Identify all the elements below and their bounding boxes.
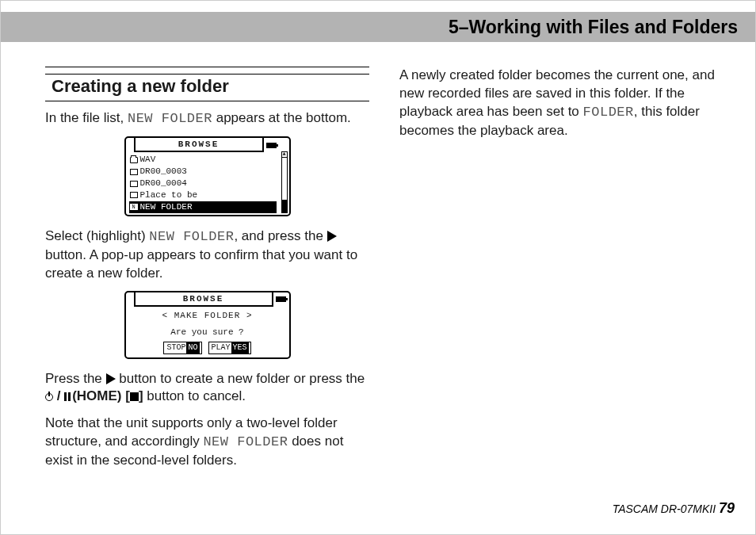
text: In the file list, (45, 110, 128, 125)
screen-tab (126, 292, 136, 308)
lcd-text-folder: FOLDER (583, 105, 634, 120)
right-paragraph: A newly created folder becomes the curre… (399, 67, 724, 140)
dialog-yes-button: PLAYYES (208, 342, 251, 354)
row-label: DR00_0004 (140, 178, 187, 189)
list-item: WAV (129, 154, 277, 166)
page-number: 79 (719, 500, 735, 516)
lcd-text-new-folder: NEW FOLDER (128, 111, 212, 126)
list-item-selected: NNEW FOLDER (129, 201, 277, 213)
page-footer: TASCAM DR-07MKII 79 (613, 500, 735, 517)
screen-body: WAV DR00_0003 DR00_0004 Place to be NNEW… (126, 152, 280, 214)
chapter-header-bar: 5–Working with Files and Folders (1, 12, 755, 42)
scroll-thumb (282, 200, 287, 212)
key-label: STOP (166, 342, 186, 353)
home-label: (HOME) (72, 388, 121, 403)
manual-page: 5–Working with Files and Folders Creatin… (0, 0, 756, 535)
list-item: DR00_0003 (129, 166, 277, 178)
folder-icon (130, 157, 138, 163)
battery-icon (262, 138, 280, 153)
battery-icon (272, 292, 289, 308)
lcd-screenshot-make-folder: BROWSE < MAKE FOLDER > Are you sure ? ST… (124, 291, 291, 359)
value-label: YES (231, 342, 249, 353)
row-label: Place to be (140, 189, 198, 201)
text: button to cancel. (143, 388, 246, 403)
key-label: PLAY (211, 342, 231, 353)
slash-icon: / (53, 388, 64, 403)
dialog-no-button: STOPNO (163, 342, 201, 354)
power-icon (45, 393, 53, 401)
intro-paragraph: In the file list, NEW FOLDER appears at … (45, 109, 369, 128)
screen-title: BROWSE (136, 138, 262, 153)
dialog-buttons: STOPNO PLAYYES (131, 342, 284, 354)
dialog-body: < MAKE FOLDER > Are you sure ? STOPNO PL… (126, 307, 289, 357)
file-icon (130, 192, 138, 198)
dialog-title: < MAKE FOLDER > (131, 310, 284, 322)
text: Press the (45, 371, 106, 386)
play-icon (327, 231, 337, 242)
play-icon (106, 373, 116, 384)
new-icon: N (130, 204, 138, 210)
text: , and press the (234, 228, 326, 243)
text: Select (highlight) (45, 228, 149, 243)
list-item: DR00_0004 (129, 178, 277, 189)
file-icon (130, 181, 138, 187)
section-rule-top: Creating a new folder (45, 67, 369, 101)
row-label: WAV (140, 154, 156, 166)
text: button. A pop-up appears to confirm that… (45, 247, 357, 281)
scroll-up-icon: ▲ (282, 151, 287, 158)
lcd-screenshot-browse-list: BROWSE WAV DR00_0003 DR00_0004 Place to … (124, 136, 291, 216)
dialog-question: Are you sure ? (131, 327, 284, 338)
stop-icon (130, 392, 139, 401)
note-paragraph: Note that the unit supports only a two-l… (45, 415, 369, 470)
list-item: Place to be (129, 189, 277, 201)
row-label: DR00_0003 (140, 166, 187, 178)
model-name: TASCAM DR-07MKII (613, 503, 719, 515)
file-icon (130, 169, 138, 175)
scrollbar: ▲ (281, 151, 288, 213)
select-paragraph: Select (highlight) NEW FOLDER, and press… (45, 227, 369, 283)
left-column: Creating a new folder In the file list, … (45, 67, 369, 503)
text: appears at the bottom. (212, 110, 351, 125)
screen-title: BROWSE (136, 292, 272, 308)
row-label: NEW FOLDER (140, 201, 193, 213)
screen-tab (126, 138, 136, 153)
lcd-text-new-folder: NEW FOLDER (149, 229, 234, 244)
section-title: Creating a new folder (45, 74, 369, 101)
text: button to create a new folder or press t… (116, 371, 365, 386)
value-label: NO (186, 342, 199, 353)
press-paragraph: Press the button to create a new folder … (45, 370, 369, 407)
chapter-title: 5–Working with Files and Folders (449, 17, 738, 38)
content-columns: Creating a new folder In the file list, … (45, 67, 724, 503)
pause-icon (64, 388, 72, 407)
right-column: A newly created folder becomes the curre… (399, 67, 724, 503)
lcd-text-new-folder: NEW FOLDER (203, 434, 288, 449)
